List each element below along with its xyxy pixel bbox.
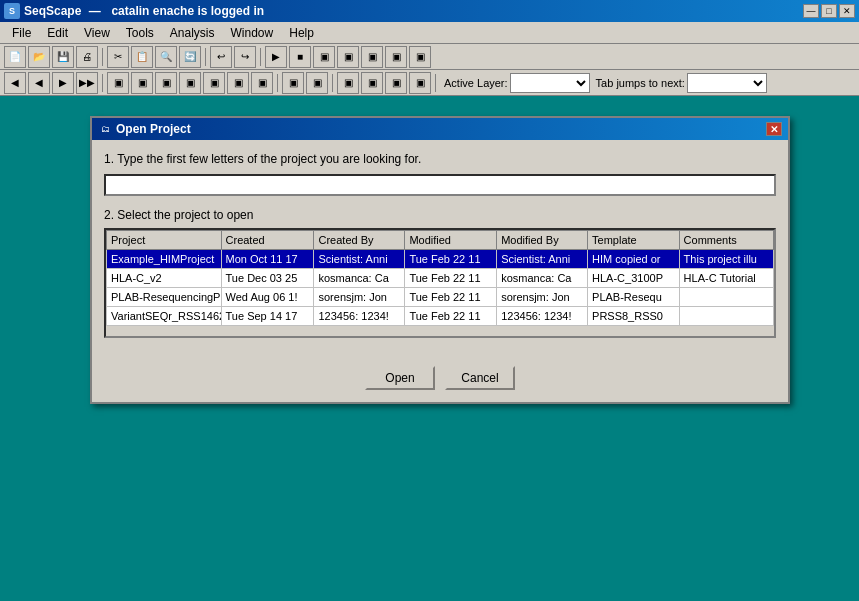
view4-button[interactable]: ▣ (251, 72, 273, 94)
menu-help[interactable]: Help (281, 24, 322, 42)
cut-button[interactable]: ✂ (107, 46, 129, 68)
app-subtitle: — (85, 4, 107, 18)
table-cell: Scientist: Anni (497, 250, 588, 269)
menu-window[interactable]: Window (223, 24, 282, 42)
open-button[interactable]: Open (365, 366, 435, 390)
table-cell: 123456: 1234! (314, 307, 405, 326)
menu-tools[interactable]: Tools (118, 24, 162, 42)
title-bar: S SeqScape — catalin enache is logged in… (0, 0, 859, 22)
dialog-footer: Open Cancel (92, 358, 788, 402)
app-icon: S (4, 3, 20, 19)
open-button[interactable]: 📂 (28, 46, 50, 68)
print-button[interactable]: 🖨 (76, 46, 98, 68)
table-row[interactable]: VariantSEQr_RSS14625v02_GeTue Sep 14 171… (107, 307, 774, 326)
table-cell: Scientist: Anni (314, 250, 405, 269)
table-cell: Tue Sep 14 17 (221, 307, 314, 326)
zoom2-button[interactable]: ▣ (131, 72, 153, 94)
maximize-button[interactable]: □ (821, 4, 837, 18)
app-title: SeqScape (24, 4, 81, 18)
extra1-button[interactable]: ▣ (337, 72, 359, 94)
open-project-dialog: 🗂 Open Project ✕ 1. Type the first few l… (90, 116, 790, 404)
col-modified[interactable]: Modified (405, 231, 497, 250)
zoom1-button[interactable]: ▣ (107, 72, 129, 94)
extra2-button[interactable]: ▣ (361, 72, 383, 94)
dialog-instruction-2: 2. Select the project to open (104, 208, 776, 222)
toolbar-main: 📄 📂 💾 🖨 ✂ 📋 🔍 🔄 ↩ ↪ ▶ ■ ▣ ▣ ▣ ▣ ▣ (0, 44, 859, 70)
view2-button[interactable]: ▣ (203, 72, 225, 94)
extra3-button[interactable]: ▣ (385, 72, 407, 94)
nav4-button[interactable]: ▶▶ (76, 72, 98, 94)
tool4-button[interactable]: ▣ (385, 46, 407, 68)
table-cell: Wed Aug 06 1! (221, 288, 314, 307)
table-cell: Tue Feb 22 11 (405, 307, 497, 326)
col-created[interactable]: Created (221, 231, 314, 250)
dialog-title: Open Project (116, 122, 191, 136)
tool3-button[interactable]: ▣ (361, 46, 383, 68)
app-user: catalin enache is logged in (111, 4, 264, 18)
chart1-button[interactable]: ▣ (282, 72, 304, 94)
project-table-container: Project Created Created By Modified Modi… (104, 228, 776, 338)
view3-button[interactable]: ▣ (227, 72, 249, 94)
table-cell: Tue Dec 03 25 (221, 269, 314, 288)
active-layer-select[interactable] (510, 73, 590, 93)
table-cell: HLA-C_3100P (588, 269, 680, 288)
minimize-button[interactable]: — (803, 4, 819, 18)
table-cell: Tue Feb 22 11 (405, 269, 497, 288)
col-template[interactable]: Template (588, 231, 680, 250)
menu-edit[interactable]: Edit (39, 24, 76, 42)
nav1-button[interactable]: ◀ (4, 72, 26, 94)
dialog-title-bar: 🗂 Open Project ✕ (92, 118, 788, 140)
view1-button[interactable]: ▣ (179, 72, 201, 94)
toolbar-secondary: ◀ ◀ ▶ ▶▶ ▣ ▣ ▣ ▣ ▣ ▣ ▣ ▣ ▣ ▣ ▣ ▣ ▣ Activ… (0, 70, 859, 96)
table-cell: HIM copied or (588, 250, 680, 269)
table-cell: VariantSEQr_RSS14625v02_Ge (107, 307, 222, 326)
cancel-button[interactable]: Cancel (445, 366, 515, 390)
table-row[interactable]: Example_HIMProjectMon Oct 11 17Scientist… (107, 250, 774, 269)
table-cell (679, 307, 773, 326)
find-button[interactable]: 🔍 (155, 46, 177, 68)
table-cell: Example_HIMProject (107, 250, 222, 269)
table-cell: HLA-C_v2 (107, 269, 222, 288)
nav3-button[interactable]: ▶ (52, 72, 74, 94)
menu-view[interactable]: View (76, 24, 118, 42)
stop-button[interactable]: ■ (289, 46, 311, 68)
table-cell: PLAB-ResequencingPrimerSet (107, 288, 222, 307)
table-row[interactable]: HLA-C_v2Tue Dec 03 25kosmanca: CaTue Feb… (107, 269, 774, 288)
play-button[interactable]: ▶ (265, 46, 287, 68)
tab-jumps-label: Tab jumps to next: (596, 77, 685, 89)
col-project[interactable]: Project (107, 231, 222, 250)
close-button[interactable]: ✕ (839, 4, 855, 18)
new-button[interactable]: 📄 (4, 46, 26, 68)
table-cell: kosmanca: Ca (497, 269, 588, 288)
tool1-button[interactable]: ▣ (313, 46, 335, 68)
col-modified-by[interactable]: Modified By (497, 231, 588, 250)
tool2-button[interactable]: ▣ (337, 46, 359, 68)
tool5-button[interactable]: ▣ (409, 46, 431, 68)
table-cell: kosmanca: Ca (314, 269, 405, 288)
tab-jumps-select[interactable] (687, 73, 767, 93)
dialog-close-button[interactable]: ✕ (766, 122, 782, 136)
menu-file[interactable]: File (4, 24, 39, 42)
save-button[interactable]: 💾 (52, 46, 74, 68)
extra4-button[interactable]: ▣ (409, 72, 431, 94)
replace-button[interactable]: 🔄 (179, 46, 201, 68)
col-comments[interactable]: Comments (679, 231, 773, 250)
table-cell: Tue Feb 22 11 (405, 250, 497, 269)
menu-analysis[interactable]: Analysis (162, 24, 223, 42)
dialog-instruction-1: 1. Type the first few letters of the pro… (104, 152, 776, 166)
dialog-icon: 🗂 (98, 122, 112, 136)
nav2-button[interactable]: ◀ (28, 72, 50, 94)
active-layer-label: Active Layer: (444, 77, 508, 89)
table-cell: sorensjm: Jon (314, 288, 405, 307)
project-search-input[interactable] (104, 174, 776, 196)
table-cell: This project illu (679, 250, 773, 269)
col-created-by[interactable]: Created By (314, 231, 405, 250)
copy-button[interactable]: 📋 (131, 46, 153, 68)
redo-button[interactable]: ↪ (234, 46, 256, 68)
table-row[interactable]: PLAB-ResequencingPrimerSetWed Aug 06 1!s… (107, 288, 774, 307)
undo-button[interactable]: ↩ (210, 46, 232, 68)
table-cell: 123456: 1234! (497, 307, 588, 326)
table-cell: Tue Feb 22 11 (405, 288, 497, 307)
chart2-button[interactable]: ▣ (306, 72, 328, 94)
zoom3-button[interactable]: ▣ (155, 72, 177, 94)
